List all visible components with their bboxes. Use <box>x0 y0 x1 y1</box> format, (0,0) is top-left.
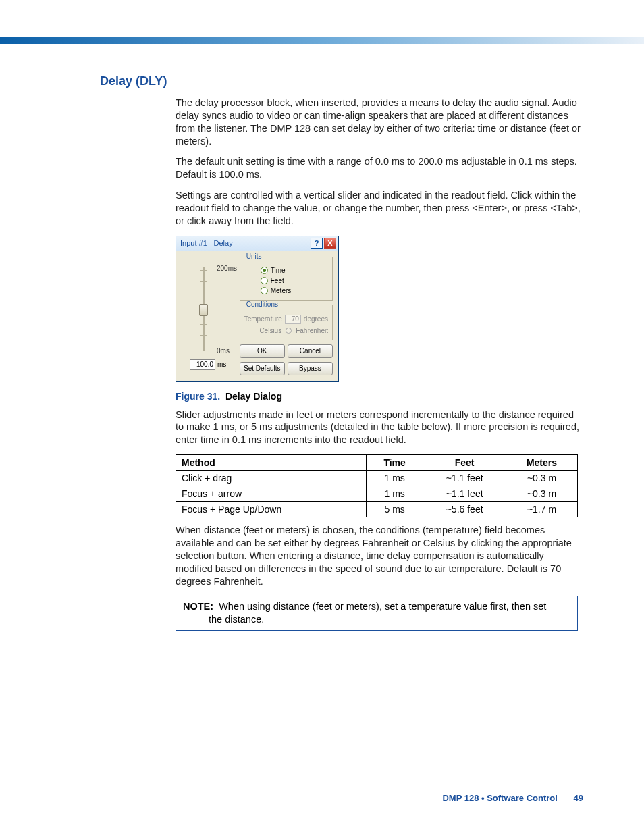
note-text-1: When using distance (feet or meters), se… <box>216 601 546 612</box>
table-row: Focus + Page Up/Down 5 ms ~5.6 feet ~1.7… <box>176 502 578 517</box>
section-heading: Delay (DLY) <box>100 74 583 88</box>
conditions-groupbox: Conditions Temperature degrees Celsius F… <box>240 305 333 340</box>
th-meters: Meters <box>506 455 577 471</box>
th-time: Time <box>366 455 423 471</box>
set-defaults-button[interactable]: Set Defaults <box>240 362 285 375</box>
cell: ~0.3 m <box>506 471 577 486</box>
paragraph-5: When distance (feet or meters) is chosen… <box>176 524 583 588</box>
right-column: Units Time Feet Meters <box>240 257 333 375</box>
radio-icon[interactable] <box>286 328 292 334</box>
paragraph-4: Slider adjustments made in feet or meter… <box>176 409 583 447</box>
note-text-2: the distance. <box>183 613 570 626</box>
units-meters-label: Meters <box>271 287 292 294</box>
th-method: Method <box>176 455 367 471</box>
footer-doc: DMP 128 • Software Control <box>442 793 557 803</box>
paragraph-3: Settings are controlled with a vertical … <box>176 189 583 228</box>
slider-thumb[interactable] <box>199 304 208 316</box>
units-legend: Units <box>244 253 264 260</box>
note-box: NOTE: When using distance (feet or meter… <box>176 596 578 631</box>
method-table: Method Time Feet Meters Click + drag 1 m… <box>176 454 578 517</box>
page-footer: DMP 128 • Software Control 49 <box>0 793 644 803</box>
help-button[interactable]: ? <box>311 238 323 249</box>
cell: Click + drag <box>176 471 367 486</box>
cell: Focus + Page Up/Down <box>176 502 367 517</box>
table-header-row: Method Time Feet Meters <box>176 455 578 471</box>
dialog-body: 200ms 0ms m <box>176 251 338 381</box>
cell: ~0.3 m <box>506 486 577 502</box>
dialog-figure: Input #1 - Delay ? X 200ms <box>176 236 583 382</box>
fahrenheit-label: Fahrenheit <box>296 327 328 334</box>
note-label: NOTE: <box>183 601 213 612</box>
table-row: Focus + arrow 1 ms ~1.1 feet ~0.3 m <box>176 486 578 502</box>
cell: ~1.1 feet <box>423 486 506 502</box>
celsius-label: Celsius <box>259 327 281 334</box>
header-stripe <box>0 37 644 44</box>
delay-slider[interactable]: 200ms 0ms <box>195 262 236 357</box>
slider-min-label: 0ms <box>217 347 230 355</box>
units-time-row[interactable]: Time <box>244 265 328 276</box>
page-content: Delay (DLY) The delay processor block, w… <box>0 44 644 631</box>
temperature-input[interactable] <box>285 315 301 324</box>
radio-icon[interactable] <box>261 277 268 284</box>
cell: Focus + arrow <box>176 486 367 502</box>
units-feet-row[interactable]: Feet <box>244 276 328 286</box>
table-row: Click + drag 1 ms ~1.1 feet ~0.3 m <box>176 471 578 486</box>
dialog-titlebar[interactable]: Input #1 - Delay ? X <box>176 236 338 251</box>
paragraph-2: The default unit setting is time with a … <box>176 155 583 181</box>
radio-icon[interactable] <box>261 267 268 274</box>
bypass-button[interactable]: Bypass <box>288 362 333 375</box>
close-button[interactable]: X <box>324 238 336 249</box>
dialog-title: Input #1 - Delay <box>180 239 233 247</box>
cell: 5 ms <box>366 502 423 517</box>
cell: 1 ms <box>366 486 423 502</box>
ok-button[interactable]: OK <box>240 344 285 358</box>
cancel-button[interactable]: Cancel <box>288 344 333 358</box>
cell: 1 ms <box>366 471 423 486</box>
delay-dialog: Input #1 - Delay ? X 200ms <box>176 236 339 382</box>
units-time-label: Time <box>271 267 286 274</box>
units-groupbox: Units Time Feet Meters <box>240 257 333 301</box>
delay-readout-input[interactable] <box>190 359 215 370</box>
body-block: The delay processor block, when inserted… <box>176 97 583 228</box>
figure-caption: Figure 31. Delay Dialog <box>176 391 583 402</box>
slider-max-label: 200ms <box>217 265 237 272</box>
cell: ~5.6 feet <box>423 502 506 517</box>
temperature-label: Temperature <box>244 315 282 323</box>
radio-icon[interactable] <box>261 287 268 294</box>
footer-page: 49 <box>574 793 583 803</box>
figure-number: Figure 31. <box>176 391 220 402</box>
th-feet: Feet <box>423 455 506 471</box>
temperature-unit: degrees <box>304 315 328 323</box>
units-meters-row[interactable]: Meters <box>244 286 328 296</box>
cell: ~1.7 m <box>506 502 577 517</box>
units-feet-label: Feet <box>271 277 284 284</box>
cell: ~1.1 feet <box>423 471 506 486</box>
readout-unit: ms <box>217 361 226 368</box>
figure-title: Delay Dialog <box>225 391 282 402</box>
slider-column: 200ms 0ms m <box>182 257 236 375</box>
paragraph-1: The delay processor block, when inserted… <box>176 97 583 147</box>
conditions-legend: Conditions <box>244 301 280 308</box>
